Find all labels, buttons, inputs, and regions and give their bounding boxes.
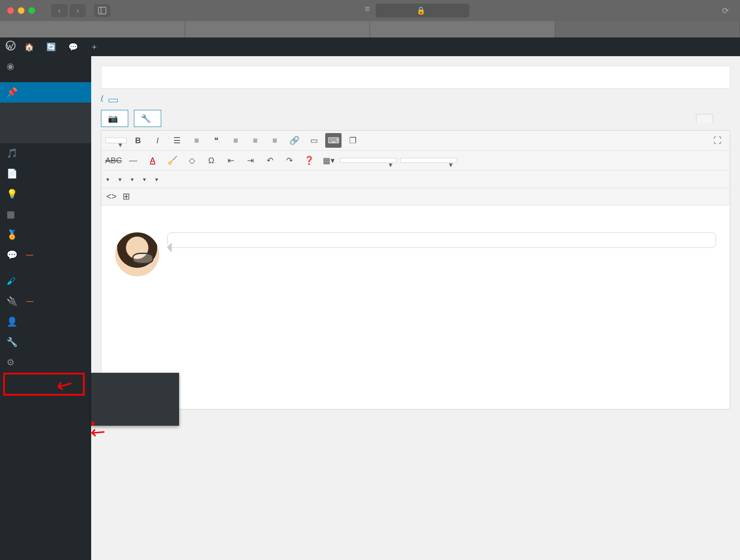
browser-tab-active[interactable] [555, 21, 740, 37]
more-button[interactable]: ▭ [306, 133, 322, 148]
italic-button[interactable]: I [149, 133, 166, 148]
flyout-item-widgets[interactable] [91, 395, 179, 404]
browser-tab[interactable] [370, 21, 555, 37]
fullscreen-button[interactable]: ⛶ [709, 133, 726, 148]
sidebar-item-tag-manage[interactable]: ▦ [0, 204, 91, 225]
common-btn-dropdown[interactable] [131, 175, 134, 184]
clear-format-button[interactable]: 🧹 [164, 153, 180, 168]
shortcode-dropdown[interactable] [155, 175, 158, 184]
font-size-select[interactable] [340, 158, 397, 163]
icon-options-button[interactable]: 🔧 [134, 110, 161, 127]
grid-icon: ▦ [7, 209, 16, 220]
editor-bar: 📷 🔧 [101, 110, 730, 127]
sidebar-item-tag-rank[interactable]: 🏅 [0, 225, 91, 245]
insert-box-button[interactable]: ⊞ [123, 191, 130, 202]
align-left-button[interactable]: ≡ [228, 133, 244, 148]
preset-dropdown[interactable] [118, 175, 122, 184]
tab-text[interactable] [713, 114, 730, 123]
submenu-item[interactable] [0, 123, 91, 131]
copy-button[interactable]: ❐ [345, 133, 361, 148]
sidebar-item-cta[interactable]: 💡 [0, 184, 91, 204]
minimize-window-button[interactable] [18, 7, 24, 14]
format-select[interactable] [105, 138, 127, 143]
editor-tabs [696, 114, 730, 123]
sidebar-item-users[interactable]: 👤 [0, 312, 91, 332]
back-button[interactable]: ‹ [51, 4, 68, 17]
sidebar-toggle-button[interactable] [94, 4, 110, 17]
undo-button[interactable]: ↶ [262, 153, 278, 168]
code-button[interactable]: <> [106, 191, 117, 202]
font-family-select[interactable] [400, 158, 457, 163]
bullet-list-button[interactable]: ☰ [169, 133, 185, 148]
add-media-button[interactable]: 📷 [101, 110, 128, 127]
redo-button[interactable]: ↷ [281, 153, 298, 168]
new-link[interactable]: ＋ [90, 42, 101, 52]
reload-button[interactable]: ⟳ [718, 5, 733, 16]
wp-admin-bar: 🏠 🔄 💬 ＋ [0, 37, 740, 56]
sidebar-submenu-posts [0, 103, 91, 143]
forward-button[interactable]: › [70, 4, 86, 17]
sidebar-item-posts[interactable]: 📌 [0, 82, 91, 103]
post-title-input[interactable] [101, 66, 730, 89]
tab-visual[interactable] [696, 114, 713, 123]
text-color-button[interactable]: A [144, 153, 161, 168]
style-dropdown[interactable] [106, 175, 109, 184]
numbered-list-button[interactable]: ≡ [188, 133, 205, 148]
align-center-button[interactable]: ≡ [247, 133, 263, 148]
speech-balloon [115, 232, 716, 276]
wordpress-icon[interactable] [6, 41, 15, 53]
link-button[interactable]: 🔗 [286, 133, 302, 148]
flyout-item-theme-editor[interactable] [91, 413, 179, 422]
home-icon: 🏠 [24, 42, 34, 52]
paragraph: xxxxxxxxxxxxxxxxxx [115, 322, 716, 339]
sidebar-item-media[interactable]: 🎵 [0, 143, 91, 164]
hr-button[interactable]: — [125, 153, 141, 168]
browser-tab[interactable] [0, 21, 185, 37]
submenu-item[interactable] [0, 107, 91, 115]
flyout-item-menus[interactable] [91, 404, 179, 413]
close-window-button[interactable] [7, 7, 14, 14]
strike-button[interactable]: ABC [105, 153, 122, 168]
bold-button[interactable]: B [130, 133, 146, 148]
submenu-item[interactable] [0, 115, 91, 123]
flyout-item-customize[interactable] [91, 386, 179, 395]
table-button[interactable]: ▦▾ [320, 153, 337, 168]
submenu-item[interactable] [0, 131, 91, 139]
sidebar-item-dashboard[interactable]: ◉ [0, 56, 91, 77]
flyout-item-themes[interactable] [91, 377, 179, 386]
eraser-button[interactable]: ◇ [184, 153, 200, 168]
toolbar-row-2: ABC — A 🧹 ◇ Ω ⇤ ⇥ ↶ ↷ ❓ ▦▾ [101, 151, 730, 171]
maximize-window-button[interactable] [28, 7, 35, 14]
paragraph: xxxxxxxxxxxxxxxxxx [115, 293, 716, 310]
update-icon: 🔄 [46, 42, 56, 52]
appearance-flyout: ↙ [91, 373, 179, 426]
sidebar-item-appearance[interactable]: 🖌 [0, 271, 91, 291]
outdent-button[interactable]: ⇤ [223, 153, 239, 168]
sidebar-item-pages[interactable]: 📄 [0, 164, 91, 184]
url-bar[interactable]: ≡ 🔒 [114, 4, 714, 18]
sidebar-item-settings[interactable]: ⚙ [0, 352, 91, 373]
wrench-icon: 🔧 [141, 114, 151, 123]
browser-tab[interactable] [185, 21, 370, 37]
help-button[interactable]: ❓ [301, 153, 317, 168]
sidebar-item-tools[interactable]: 🔧 [0, 332, 91, 352]
column-dropdown[interactable] [143, 175, 146, 184]
permalink-link[interactable]: / [101, 94, 103, 102]
comments-link[interactable]: 💬 [68, 42, 81, 52]
align-right-button[interactable]: ≡ [267, 133, 283, 148]
sidebar-item-plugins[interactable]: 🔌 [0, 291, 91, 312]
plug-icon: 🔌 [7, 296, 16, 307]
updates-link[interactable]: 🔄 [46, 42, 59, 52]
plus-icon: ＋ [90, 42, 98, 52]
indent-button[interactable]: ⇥ [242, 153, 258, 168]
site-link[interactable]: 🏠 [24, 42, 37, 52]
quote-button[interactable]: ❝ [208, 133, 224, 148]
speech-bubble [167, 232, 716, 248]
editor-body[interactable]: xxxxxxxxxxxxxxxxxx xxxxxxxxxxxxxxxxxx [101, 206, 730, 409]
brush-icon: 🖌 [7, 276, 16, 287]
browser-chrome: ‹ › ≡ 🔒 ⟳ [0, 0, 740, 21]
special-char-button[interactable]: Ω [203, 153, 219, 168]
edit-permalink-button[interactable] [109, 99, 118, 102]
toolbar-toggle-button[interactable]: ⌨ [325, 133, 342, 148]
sidebar-item-comments[interactable]: 💬 [0, 245, 91, 265]
